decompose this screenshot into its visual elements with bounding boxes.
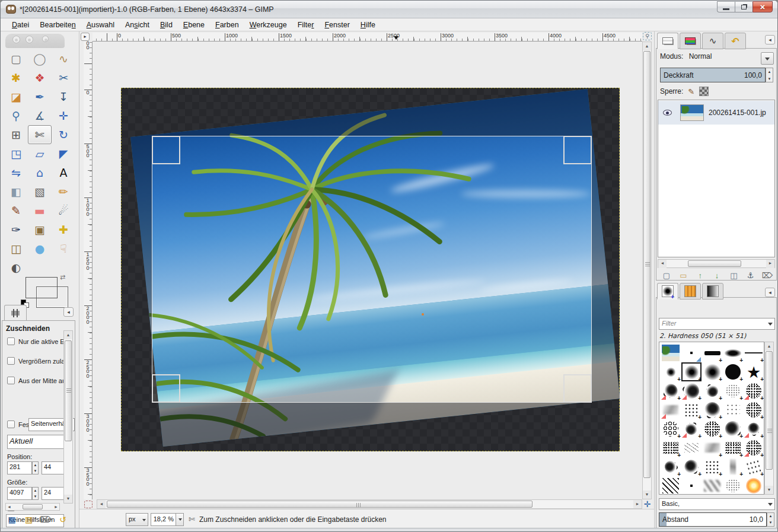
brush-group-dropdown[interactable]: Basic,	[659, 498, 775, 510]
opacity-spinner[interactable]: ▲▼	[766, 68, 773, 82]
tab-channels[interactable]	[680, 33, 701, 49]
brush-cell[interactable]	[681, 343, 702, 362]
quickmask-toggle[interactable]	[84, 501, 93, 508]
unit-dropdown[interactable]: px	[126, 513, 148, 526]
tool-alignment[interactable]: ⊞	[4, 125, 28, 144]
tab-patterns[interactable]	[680, 283, 701, 300]
tool-options-tab[interactable]	[4, 305, 27, 321]
brush-cell[interactable]	[661, 400, 681, 419]
scroll-down-icon[interactable]: ▼	[643, 490, 651, 499]
brush-cell[interactable]: +	[702, 381, 722, 400]
scroll-left-icon[interactable]: ◄	[97, 500, 106, 508]
menu-filter[interactable]: Filter	[292, 20, 320, 30]
layers-collapse-button[interactable]: ◂	[765, 35, 775, 44]
crop-selection[interactable]	[152, 136, 592, 403]
tool-rotate[interactable]: ↻	[52, 125, 75, 144]
brush-cell[interactable]	[702, 476, 722, 495]
menu-ansicht[interactable]: Ansicht	[120, 20, 155, 30]
brush-cell[interactable]: +	[661, 457, 681, 476]
tool-clone[interactable]: ▣	[28, 220, 52, 239]
tool-color-picker[interactable]: ↧	[52, 87, 75, 106]
brush-cell[interactable]	[723, 476, 743, 495]
size-width-input[interactable]: 4097	[7, 487, 32, 500]
foreground-color-swatch[interactable]	[25, 277, 58, 298]
tool-zoom[interactable]: ⚲	[4, 106, 28, 125]
menu-fenster[interactable]: Fenster	[319, 20, 355, 30]
brush-cell[interactable]: +	[744, 419, 764, 438]
aspect-ratio-input[interactable]: Aktuell	[7, 435, 64, 449]
swap-colors-icon[interactable]: ⇄	[60, 273, 65, 281]
brush-cell[interactable]: +	[723, 457, 743, 476]
crop-handle-bottom-right[interactable]	[563, 374, 592, 403]
brush-cell[interactable]: +	[723, 381, 743, 400]
new-layer-group-button[interactable]: ▭	[677, 270, 690, 281]
menu-datei[interactable]: Datei	[7, 20, 34, 30]
brush-cell[interactable]	[681, 438, 702, 457]
menu-werkzeuge[interactable]: Werkzeuge	[244, 20, 292, 30]
tool-ink[interactable]: ✑	[4, 220, 28, 239]
tool-options-hscrollbar[interactable]: ◄►	[5, 503, 60, 511]
scroll-right-icon[interactable]: ►	[633, 500, 642, 508]
brush-cell[interactable]: +	[702, 362, 722, 381]
tool-paintbrush[interactable]: ✎	[4, 201, 28, 220]
brush-cell[interactable]: +	[702, 438, 722, 457]
brush-cell[interactable]: +	[681, 419, 702, 438]
zoom-follow-window-toggle[interactable]: ⚲	[643, 32, 652, 40]
tab-undo-history[interactable]: ↶	[725, 33, 746, 49]
brush-cell[interactable]: +	[702, 400, 722, 419]
position-x-input[interactable]: 281	[7, 461, 32, 474]
tool-eraser[interactable]: ▬	[28, 201, 52, 220]
tool-options-collapse-button[interactable]: ◂	[63, 307, 74, 317]
tool-pencil[interactable]: ✏	[52, 182, 75, 201]
scroll-up-icon[interactable]: ▲	[643, 42, 651, 50]
tool-perspective[interactable]: ◤	[52, 144, 75, 163]
image-viewport[interactable]	[93, 42, 642, 499]
brush-cell[interactable]: +	[723, 438, 743, 457]
visibility-eye-icon[interactable]	[663, 110, 672, 116]
tool-ellipse-select[interactable]: ◯	[28, 49, 52, 68]
raise-layer-button[interactable]: ↑	[694, 270, 707, 281]
tool-bucket-fill[interactable]: ◧	[4, 182, 28, 201]
close-button[interactable]: ×	[753, 1, 773, 12]
tool-scale[interactable]: ◳	[4, 144, 28, 163]
tool-free-select[interactable]: ∿	[52, 49, 75, 68]
maximize-button[interactable]	[735, 1, 753, 12]
crop-handle-top-right[interactable]	[563, 136, 592, 164]
brush-cell[interactable]: +	[723, 419, 743, 438]
layers-scrollbar[interactable]: ◄ ►	[658, 259, 775, 268]
lock-pixels-icon[interactable]: ✎	[688, 87, 694, 96]
spacing-spinner[interactable]: ▲▼	[767, 512, 774, 527]
new-layer-button[interactable]: ▢	[660, 270, 673, 281]
crop-handle-top-left[interactable]	[152, 136, 180, 164]
tool-scissors-select[interactable]: ✂	[52, 68, 75, 87]
menu-ebene[interactable]: Ebene	[178, 20, 210, 30]
tool-gradient[interactable]: ▧	[28, 182, 52, 201]
mode-dropdown[interactable]	[761, 52, 774, 65]
brush-cell[interactable]: +	[744, 343, 764, 362]
position-x-spinner[interactable]: ▲▼	[32, 461, 39, 474]
fixed-checkbox[interactable]	[7, 420, 15, 428]
tool-fuzzy-select[interactable]: ✱	[4, 68, 28, 87]
tool-rectangle-select[interactable]: ▢	[4, 49, 28, 68]
spacing-slider[interactable]: Abstand 10,0	[659, 512, 767, 527]
brush-cell[interactable]: +	[681, 381, 702, 400]
titlebar[interactable]: *[200261415-001](importiert)-1.0 (RGB-Fa…	[1, 1, 777, 18]
brush-cell[interactable]	[661, 476, 681, 495]
duplicate-layer-button[interactable]: ◫	[727, 270, 740, 281]
tab-brushes[interactable]	[657, 283, 678, 300]
tool-foreground-select[interactable]: ◪	[4, 87, 28, 106]
brush-cell[interactable]: +	[744, 381, 764, 400]
canvas-vertical-scrollbar[interactable]: ▲ ▼	[642, 42, 652, 499]
brush-cell[interactable]: +	[681, 400, 702, 419]
scroll-down-icon[interactable]: ▼	[765, 486, 773, 494]
brush-cell[interactable]: +	[661, 362, 681, 381]
tool-measure[interactable]: ∡	[28, 106, 52, 125]
brush-cell[interactable]: +	[723, 343, 743, 362]
tab-paths[interactable]: ∿	[702, 33, 723, 49]
tab-gradients[interactable]	[702, 283, 723, 300]
brush-cell[interactable]	[723, 400, 743, 419]
brush-cell-selected[interactable]: +	[681, 362, 702, 381]
brush-cell[interactable]: +	[702, 343, 722, 362]
save-preset-button[interactable]: ▦	[5, 514, 18, 525]
brush-grid-scrollbar[interactable]: ▲ ▼	[764, 342, 774, 495]
